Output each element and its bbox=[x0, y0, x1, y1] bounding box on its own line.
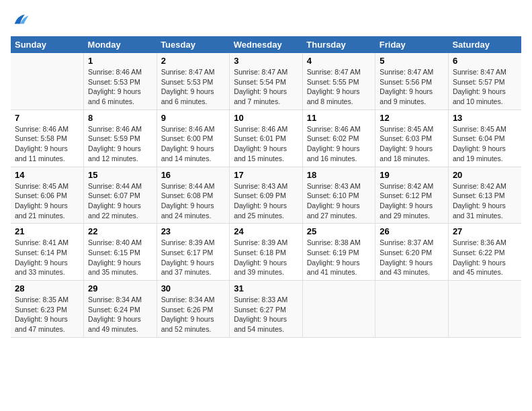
day-number: 1 bbox=[88, 56, 152, 66]
calendar-cell: 3 Sunrise: 8:47 AMSunset: 5:54 PMDayligh… bbox=[230, 53, 303, 109]
day-info: Sunrise: 8:47 AMSunset: 5:53 PMDaylight:… bbox=[161, 67, 226, 107]
day-header-thursday: Thursday bbox=[302, 36, 375, 53]
day-info: Sunrise: 8:43 AMSunset: 6:10 PMDaylight:… bbox=[307, 181, 371, 221]
day-number: 19 bbox=[380, 170, 444, 180]
page-header bbox=[11, 11, 521, 30]
calendar-cell: 30 Sunrise: 8:34 AMSunset: 6:26 PMDaylig… bbox=[157, 281, 230, 338]
calendar-table: SundayMondayTuesdayWednesdayThursdayFrid… bbox=[11, 36, 521, 338]
day-number: 16 bbox=[161, 170, 226, 180]
day-info: Sunrise: 8:42 AMSunset: 6:13 PMDaylight:… bbox=[453, 181, 517, 221]
calendar-week-row: 7 Sunrise: 8:46 AMSunset: 5:58 PMDayligh… bbox=[11, 109, 521, 167]
day-info: Sunrise: 8:46 AMSunset: 5:58 PMDaylight:… bbox=[15, 124, 79, 164]
calendar-cell: 27 Sunrise: 8:36 AMSunset: 6:22 PMDaylig… bbox=[448, 224, 521, 281]
calendar-cell: 24 Sunrise: 8:39 AMSunset: 6:18 PMDaylig… bbox=[230, 224, 303, 281]
day-info: Sunrise: 8:38 AMSunset: 6:19 PMDaylight:… bbox=[307, 238, 371, 277]
day-number: 10 bbox=[234, 113, 298, 123]
day-info: Sunrise: 8:46 AMSunset: 6:00 PMDaylight:… bbox=[161, 124, 226, 164]
calendar-cell: 20 Sunrise: 8:42 AMSunset: 6:13 PMDaylig… bbox=[448, 167, 521, 224]
calendar-cell: 23 Sunrise: 8:39 AMSunset: 6:17 PMDaylig… bbox=[157, 224, 230, 281]
calendar-cell: 9 Sunrise: 8:46 AMSunset: 6:00 PMDayligh… bbox=[157, 109, 230, 167]
calendar-cell: 16 Sunrise: 8:44 AMSunset: 6:08 PMDaylig… bbox=[157, 167, 230, 224]
day-header-saturday: Saturday bbox=[448, 36, 521, 53]
calendar-cell: 15 Sunrise: 8:44 AMSunset: 6:07 PMDaylig… bbox=[84, 167, 157, 224]
calendar-cell bbox=[375, 281, 449, 338]
day-number: 11 bbox=[307, 113, 371, 123]
day-info: Sunrise: 8:47 AMSunset: 5:56 PMDaylight:… bbox=[380, 67, 444, 107]
day-number: 29 bbox=[88, 283, 152, 293]
day-number: 28 bbox=[15, 283, 79, 293]
calendar-header-row: SundayMondayTuesdayWednesdayThursdayFrid… bbox=[11, 36, 521, 53]
calendar-cell: 7 Sunrise: 8:46 AMSunset: 5:58 PMDayligh… bbox=[11, 109, 84, 167]
calendar-week-row: 14 Sunrise: 8:45 AMSunset: 6:06 PMDaylig… bbox=[11, 167, 521, 224]
day-info: Sunrise: 8:34 AMSunset: 6:26 PMDaylight:… bbox=[161, 295, 226, 334]
day-number: 14 bbox=[15, 170, 79, 180]
calendar-week-row: 21 Sunrise: 8:41 AMSunset: 6:14 PMDaylig… bbox=[11, 224, 521, 281]
calendar-cell: 13 Sunrise: 8:45 AMSunset: 6:04 PMDaylig… bbox=[448, 109, 521, 167]
calendar-cell: 26 Sunrise: 8:37 AMSunset: 6:20 PMDaylig… bbox=[375, 224, 449, 281]
day-info: Sunrise: 8:39 AMSunset: 6:18 PMDaylight:… bbox=[234, 238, 298, 277]
day-info: Sunrise: 8:45 AMSunset: 6:03 PMDaylight:… bbox=[380, 124, 444, 164]
day-number: 6 bbox=[453, 56, 517, 66]
calendar-cell: 25 Sunrise: 8:38 AMSunset: 6:19 PMDaylig… bbox=[302, 224, 375, 281]
day-info: Sunrise: 8:33 AMSunset: 6:27 PMDaylight:… bbox=[234, 295, 298, 334]
logo-icon bbox=[11, 11, 30, 30]
day-header-sunday: Sunday bbox=[11, 36, 84, 53]
day-number: 15 bbox=[88, 170, 152, 180]
day-info: Sunrise: 8:45 AMSunset: 6:04 PMDaylight:… bbox=[453, 124, 517, 164]
day-info: Sunrise: 8:47 AMSunset: 5:57 PMDaylight:… bbox=[453, 67, 517, 107]
day-info: Sunrise: 8:44 AMSunset: 6:07 PMDaylight:… bbox=[88, 181, 152, 221]
day-number: 22 bbox=[88, 226, 152, 236]
day-info: Sunrise: 8:46 AMSunset: 6:02 PMDaylight:… bbox=[307, 124, 371, 164]
day-number: 23 bbox=[161, 226, 226, 236]
calendar-cell: 14 Sunrise: 8:45 AMSunset: 6:06 PMDaylig… bbox=[11, 167, 84, 224]
day-info: Sunrise: 8:37 AMSunset: 6:20 PMDaylight:… bbox=[380, 238, 444, 277]
day-number: 12 bbox=[380, 113, 444, 123]
day-number: 17 bbox=[234, 170, 298, 180]
day-info: Sunrise: 8:40 AMSunset: 6:15 PMDaylight:… bbox=[88, 238, 152, 277]
calendar-cell: 22 Sunrise: 8:40 AMSunset: 6:15 PMDaylig… bbox=[84, 224, 157, 281]
day-info: Sunrise: 8:43 AMSunset: 6:09 PMDaylight:… bbox=[234, 181, 298, 221]
day-number: 9 bbox=[161, 113, 226, 123]
calendar-week-row: 1 Sunrise: 8:46 AMSunset: 5:53 PMDayligh… bbox=[11, 53, 521, 109]
day-number: 2 bbox=[161, 56, 226, 66]
day-number: 31 bbox=[234, 283, 298, 293]
day-info: Sunrise: 8:39 AMSunset: 6:17 PMDaylight:… bbox=[161, 238, 226, 277]
day-number: 27 bbox=[453, 226, 517, 236]
day-header-monday: Monday bbox=[84, 36, 157, 53]
day-info: Sunrise: 8:47 AMSunset: 5:54 PMDaylight:… bbox=[234, 67, 298, 107]
day-info: Sunrise: 8:46 AMSunset: 5:59 PMDaylight:… bbox=[88, 124, 152, 164]
day-info: Sunrise: 8:44 AMSunset: 6:08 PMDaylight:… bbox=[161, 181, 226, 221]
calendar-cell: 8 Sunrise: 8:46 AMSunset: 5:59 PMDayligh… bbox=[84, 109, 157, 167]
calendar-cell: 18 Sunrise: 8:43 AMSunset: 6:10 PMDaylig… bbox=[302, 167, 375, 224]
day-header-friday: Friday bbox=[375, 36, 449, 53]
logo bbox=[11, 11, 32, 30]
day-header-wednesday: Wednesday bbox=[230, 36, 303, 53]
calendar-cell: 29 Sunrise: 8:34 AMSunset: 6:24 PMDaylig… bbox=[84, 281, 157, 338]
day-number: 21 bbox=[15, 226, 79, 236]
day-number: 20 bbox=[453, 170, 517, 180]
calendar-cell: 1 Sunrise: 8:46 AMSunset: 5:53 PMDayligh… bbox=[84, 53, 157, 109]
day-number: 7 bbox=[15, 113, 79, 123]
day-info: Sunrise: 8:45 AMSunset: 6:06 PMDaylight:… bbox=[15, 181, 79, 221]
day-info: Sunrise: 8:46 AMSunset: 5:53 PMDaylight:… bbox=[88, 67, 152, 107]
calendar-cell: 10 Sunrise: 8:46 AMSunset: 6:01 PMDaylig… bbox=[230, 109, 303, 167]
day-number: 18 bbox=[307, 170, 371, 180]
calendar-cell: 5 Sunrise: 8:47 AMSunset: 5:56 PMDayligh… bbox=[375, 53, 449, 109]
calendar-cell: 28 Sunrise: 8:35 AMSunset: 6:23 PMDaylig… bbox=[11, 281, 84, 338]
day-number: 3 bbox=[234, 56, 298, 66]
day-info: Sunrise: 8:41 AMSunset: 6:14 PMDaylight:… bbox=[15, 238, 79, 277]
day-info: Sunrise: 8:34 AMSunset: 6:24 PMDaylight:… bbox=[88, 295, 152, 334]
day-number: 25 bbox=[307, 226, 371, 236]
day-number: 30 bbox=[161, 283, 226, 293]
calendar-cell: 31 Sunrise: 8:33 AMSunset: 6:27 PMDaylig… bbox=[230, 281, 303, 338]
day-info: Sunrise: 8:46 AMSunset: 6:01 PMDaylight:… bbox=[234, 124, 298, 164]
day-info: Sunrise: 8:42 AMSunset: 6:12 PMDaylight:… bbox=[380, 181, 444, 221]
calendar-cell: 2 Sunrise: 8:47 AMSunset: 5:53 PMDayligh… bbox=[157, 53, 230, 109]
day-info: Sunrise: 8:36 AMSunset: 6:22 PMDaylight:… bbox=[453, 238, 517, 277]
day-number: 5 bbox=[380, 56, 444, 66]
calendar-cell: 12 Sunrise: 8:45 AMSunset: 6:03 PMDaylig… bbox=[375, 109, 449, 167]
day-number: 24 bbox=[234, 226, 298, 236]
calendar-cell: 4 Sunrise: 8:47 AMSunset: 5:55 PMDayligh… bbox=[302, 53, 375, 109]
day-number: 13 bbox=[453, 113, 517, 123]
calendar-cell bbox=[11, 53, 84, 109]
